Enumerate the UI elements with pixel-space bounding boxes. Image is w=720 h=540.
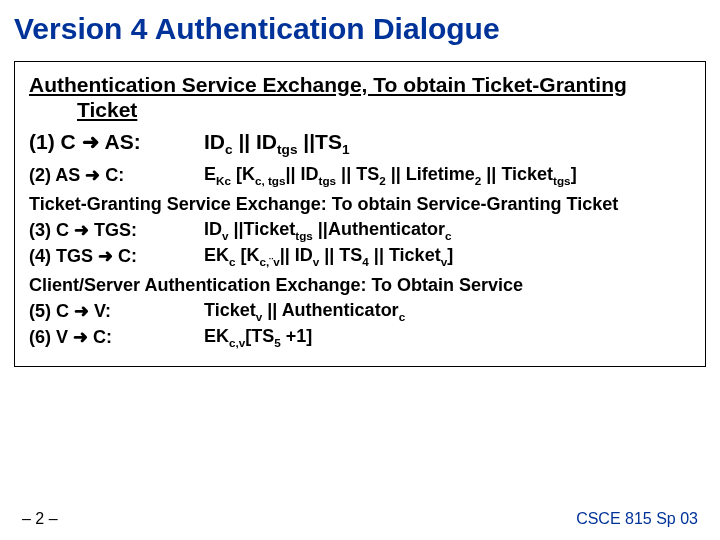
section-2-heading: Ticket-Granting Service Exchange: To obt… (29, 194, 691, 215)
msg2-pre: (2) AS (29, 165, 85, 185)
message-4-value: EKc [Kc,¨v|| IDv || TS4 || Ticketv] (204, 245, 691, 267)
message-1-value: IDc || IDtgs ||TS1 (204, 130, 691, 154)
t: [TS (245, 326, 274, 346)
s: c,¨v (260, 254, 280, 267)
arrow-icon: ➜ (73, 327, 88, 347)
slide: Version 4 Authentication Dialogue Authen… (0, 0, 720, 540)
message-5: (5) C ➜ V: Ticketv || Authenticatorc (29, 300, 691, 322)
s: tgs (553, 173, 571, 186)
t: ] (447, 245, 453, 265)
s: Kc (216, 173, 231, 186)
t: E (204, 164, 216, 184)
msg4-post: C: (113, 246, 137, 266)
s: c (445, 228, 452, 241)
t: ||Authenticator (313, 219, 445, 239)
message-5-value: Ticketv || Authenticatorc (204, 300, 691, 322)
arrow-icon: ➜ (98, 246, 113, 266)
t: || Authenticator (262, 300, 398, 320)
t: || Ticket (369, 245, 441, 265)
content-box: Authentication Service Exchange, To obta… (14, 61, 706, 367)
t: Ticket (204, 300, 256, 320)
msg4-pre: (4) TGS (29, 246, 98, 266)
message-6-value: EKc,v[TS5 +1] (204, 326, 691, 348)
s: tgs (295, 228, 313, 241)
t: || TS (319, 245, 362, 265)
arrow-icon: ➜ (74, 301, 89, 321)
arrow-icon: ➜ (74, 220, 89, 240)
t: ||Ticket (229, 219, 296, 239)
slide-title: Version 4 Authentication Dialogue (14, 12, 706, 47)
s: 1 (342, 142, 350, 157)
msg3-pre: (3) C (29, 220, 74, 240)
section-1-heading: Authentication Service Exchange, To obta… (29, 72, 691, 122)
message-2-label: (2) AS ➜ C: (29, 164, 204, 186)
msg5-pre: (5) C (29, 301, 74, 321)
t: ID (204, 219, 222, 239)
s: tgs (319, 173, 337, 186)
course-label: CSCE 815 Sp 03 (576, 510, 698, 528)
t: EK (204, 245, 229, 265)
t: || ID (233, 130, 277, 153)
section-1-line-2: Ticket (29, 97, 691, 122)
msg1-post: AS: (100, 130, 141, 153)
message-1: (1) C ➜ AS: IDc || IDtgs ||TS1 (29, 130, 691, 154)
message-2: (2) AS ➜ C: EKc [Kc, tgs|| IDtgs || TS2 … (29, 164, 691, 186)
msg1-pre: (1) C (29, 130, 82, 153)
section-3-heading: Client/Server Authentication Exchange: T… (29, 275, 691, 296)
t: ID (204, 130, 225, 153)
t: [K (231, 164, 255, 184)
message-3: (3) C ➜ TGS: IDv ||Tickettgs ||Authentic… (29, 219, 691, 241)
msg2-post: C: (100, 165, 124, 185)
s: tgs (277, 142, 297, 157)
t: ] (571, 164, 577, 184)
message-3-label: (3) C ➜ TGS: (29, 219, 204, 241)
message-2-value: EKc [Kc, tgs|| IDtgs || TS2 || Lifetime2… (204, 164, 691, 186)
t: || Lifetime (386, 164, 475, 184)
page-number: – 2 – (22, 510, 58, 528)
message-3-value: IDv ||Tickettgs ||Authenticatorc (204, 219, 691, 241)
t: [K (236, 245, 260, 265)
arrow-icon: ➜ (82, 130, 100, 153)
footer: – 2 – CSCE 815 Sp 03 (22, 510, 698, 528)
t: || ID (280, 245, 313, 265)
t: ||TS (297, 130, 341, 153)
msg6-pre: (6) V (29, 327, 73, 347)
t: || Ticket (481, 164, 553, 184)
msg6-post: C: (88, 327, 112, 347)
message-4-label: (4) TGS ➜ C: (29, 245, 204, 267)
section-1-line-1: Authentication Service Exchange, To obta… (29, 73, 627, 96)
message-6-label: (6) V ➜ C: (29, 326, 204, 348)
s: c, tgs (255, 173, 286, 186)
msg5-post: V: (89, 301, 111, 321)
s: c (225, 142, 233, 157)
message-4: (4) TGS ➜ C: EKc [Kc,¨v|| IDv || TS4 || … (29, 245, 691, 267)
s: c,v (229, 335, 245, 348)
t: || ID (286, 164, 319, 184)
t: EK (204, 326, 229, 346)
arrow-icon: ➜ (85, 165, 100, 185)
s: c (399, 309, 406, 322)
message-5-label: (5) C ➜ V: (29, 300, 204, 322)
t: +1] (281, 326, 313, 346)
msg3-post: TGS: (89, 220, 137, 240)
t: || TS (336, 164, 379, 184)
message-1-label: (1) C ➜ AS: (29, 130, 204, 154)
message-6: (6) V ➜ C: EKc,v[TS5 +1] (29, 326, 691, 348)
